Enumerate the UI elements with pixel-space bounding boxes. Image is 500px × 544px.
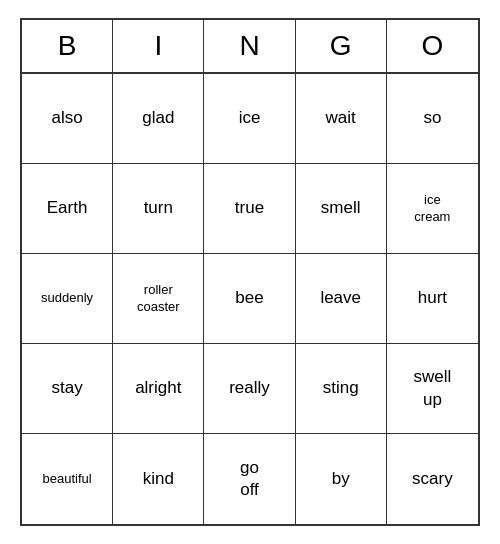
bingo-cell-13: leave — [296, 254, 387, 344]
bingo-cell-16: alright — [113, 344, 204, 434]
bingo-cell-10: suddenly — [22, 254, 113, 344]
bingo-card: BINGO alsogladicewaitsoEarthturntruesmel… — [20, 18, 480, 526]
bingo-cell-21: kind — [113, 434, 204, 524]
bingo-header-letter: I — [113, 20, 204, 72]
bingo-cell-17: really — [204, 344, 295, 434]
bingo-header-letter: O — [387, 20, 478, 72]
bingo-cell-8: smell — [296, 164, 387, 254]
bingo-header-letter: B — [22, 20, 113, 72]
bingo-grid: alsogladicewaitsoEarthturntruesmellice c… — [22, 74, 478, 524]
bingo-cell-0: also — [22, 74, 113, 164]
bingo-cell-23: by — [296, 434, 387, 524]
bingo-cell-18: sting — [296, 344, 387, 434]
bingo-cell-24: scary — [387, 434, 478, 524]
bingo-cell-11: roller coaster — [113, 254, 204, 344]
bingo-cell-4: so — [387, 74, 478, 164]
bingo-header-letter: N — [204, 20, 295, 72]
bingo-cell-12: bee — [204, 254, 295, 344]
bingo-header-letter: G — [296, 20, 387, 72]
bingo-cell-3: wait — [296, 74, 387, 164]
bingo-cell-9: ice cream — [387, 164, 478, 254]
bingo-cell-22: go off — [204, 434, 295, 524]
bingo-cell-20: beautiful — [22, 434, 113, 524]
bingo-cell-6: turn — [113, 164, 204, 254]
bingo-cell-15: stay — [22, 344, 113, 434]
bingo-cell-2: ice — [204, 74, 295, 164]
bingo-cell-1: glad — [113, 74, 204, 164]
bingo-cell-19: swell up — [387, 344, 478, 434]
bingo-cell-7: true — [204, 164, 295, 254]
bingo-header: BINGO — [22, 20, 478, 74]
bingo-cell-14: hurt — [387, 254, 478, 344]
bingo-cell-5: Earth — [22, 164, 113, 254]
